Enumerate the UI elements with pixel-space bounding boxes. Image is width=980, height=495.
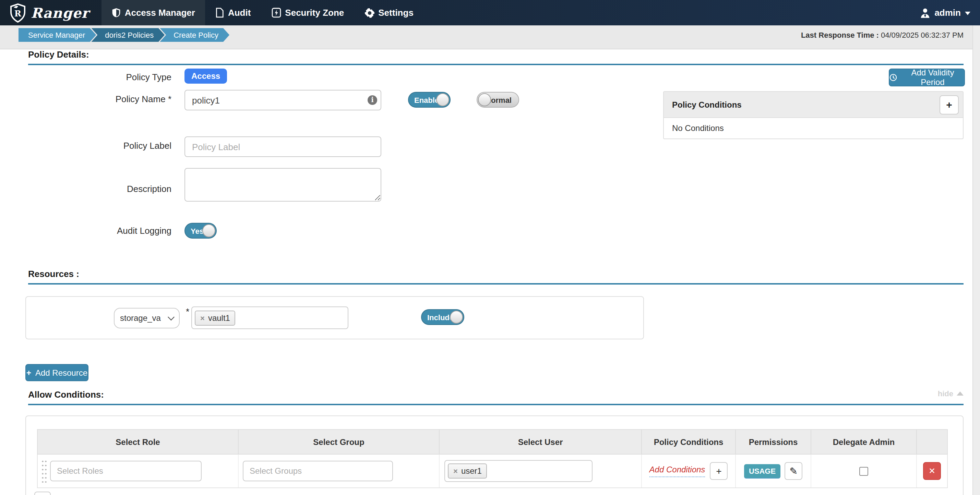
- toggle-knob: [436, 93, 449, 106]
- allow-conditions-heading: hide Allow Conditions:: [28, 389, 964, 405]
- policy-conditions-header: Policy Conditions +: [664, 92, 963, 118]
- allow-conditions-table: Select Role Select Group Select User Pol…: [37, 429, 948, 488]
- permission-badge[interactable]: USAGE: [744, 464, 780, 478]
- policy-conditions-panel: Policy Conditions + No Conditions: [663, 91, 964, 139]
- resource-type-select[interactable]: storage_va: [114, 308, 180, 328]
- header-permissions: Permissions: [736, 430, 811, 454]
- description-label: Description: [0, 184, 172, 194]
- chevron-up-icon: [957, 392, 964, 396]
- nav-security-zone[interactable]: Security Zone: [261, 0, 354, 25]
- ranger-shield-icon: R: [10, 3, 26, 22]
- delegate-admin-checkbox[interactable]: [859, 466, 868, 476]
- shield-icon: [112, 8, 121, 18]
- delete-row-button[interactable]: ✕: [923, 462, 941, 480]
- page-scrollbar[interactable]: [972, 25, 980, 495]
- header-delegate-admin: Delegate Admin: [811, 430, 917, 454]
- policy-label-input[interactable]: [185, 136, 381, 157]
- nav-settings[interactable]: Settings: [354, 0, 424, 25]
- add-resource-button[interactable]: + Add Resource: [25, 364, 89, 381]
- hide-section-link[interactable]: hide: [938, 389, 964, 398]
- policy-type-badge: Access: [185, 68, 227, 84]
- policy-conditions-empty: No Conditions: [664, 118, 963, 138]
- last-response-value: 04/09/2025 06:32:37 PM: [881, 31, 964, 39]
- add-policy-condition-button[interactable]: +: [940, 95, 959, 114]
- zone-icon: [271, 8, 281, 18]
- ranger-logo[interactable]: R Ranger: [0, 0, 102, 25]
- add-validity-period-button[interactable]: Add Validity Period: [889, 68, 965, 86]
- toggle-knob: [450, 311, 463, 324]
- resources-heading: Resources :: [28, 269, 964, 284]
- main-nav: Access Manager Audit Security Zone: [102, 0, 424, 25]
- chevron-down-icon: [168, 313, 175, 320]
- policy-details-heading: Policy Details:: [28, 49, 964, 65]
- header-policy-conditions: Policy Conditions: [642, 430, 736, 454]
- table-header-row: Select Role Select Group Select User Pol…: [37, 429, 948, 455]
- chevron-down-icon: [965, 12, 970, 15]
- info-icon: i: [368, 95, 377, 105]
- remove-tag-icon[interactable]: ×: [453, 467, 458, 475]
- nav-label: Settings: [378, 8, 414, 18]
- add-conditions-link[interactable]: Add Conditions: [649, 465, 705, 477]
- user-menu[interactable]: admin: [910, 0, 980, 25]
- select-groups-input[interactable]: [243, 461, 393, 481]
- include-toggle[interactable]: Include: [421, 309, 464, 325]
- clock-icon: [889, 73, 897, 82]
- document-icon: [216, 8, 224, 18]
- resource-card: storage_va * × vault1 Include: [25, 296, 644, 340]
- resource-value-input[interactable]: × vault1: [191, 306, 348, 329]
- pencil-icon: ✎: [789, 465, 797, 476]
- header-select-role: Select Role: [38, 430, 239, 454]
- user-icon: [919, 7, 930, 18]
- policy-label-label: Policy Label: [0, 141, 172, 151]
- policy-name-label: Policy Name *: [0, 94, 172, 104]
- last-response-label: Last Response Time :: [801, 31, 879, 39]
- nav-label: Audit: [228, 8, 251, 18]
- svg-text:R: R: [14, 8, 22, 18]
- header-select-user: Select User: [440, 430, 642, 454]
- description-textarea[interactable]: [185, 168, 381, 201]
- user-tag: × user1: [448, 463, 487, 479]
- header-actions: [917, 430, 947, 454]
- username: admin: [934, 8, 961, 18]
- ranger-create-policy-page: R Ranger Access Manager Audit: [0, 0, 980, 495]
- breadcrumb-create-policy[interactable]: Create Policy: [160, 28, 229, 42]
- toggle-knob: [478, 93, 491, 106]
- header-select-group: Select Group: [239, 430, 440, 454]
- nav-audit[interactable]: Audit: [205, 0, 261, 25]
- edit-permissions-button[interactable]: ✎: [784, 462, 802, 480]
- nav-access-manager[interactable]: Access Manager: [102, 0, 205, 25]
- resource-tag: × vault1: [195, 310, 235, 325]
- breadcrumb-service-manager[interactable]: Service Manager: [19, 28, 96, 42]
- policy-name-input[interactable]: [185, 90, 381, 110]
- audit-logging-toggle[interactable]: Yes: [185, 223, 217, 239]
- last-response-time: Last Response Time : 04/09/2025 06:32:37…: [801, 31, 964, 39]
- add-permission-row-button[interactable]: [34, 492, 51, 495]
- audit-logging-label: Audit Logging: [0, 225, 172, 236]
- remove-tag-icon[interactable]: ×: [200, 314, 205, 322]
- normal-override-toggle[interactable]: Normal: [477, 92, 519, 108]
- toggle-knob: [202, 224, 215, 237]
- drag-handle[interactable]: [41, 459, 47, 483]
- top-navbar: R Ranger Access Manager Audit: [0, 0, 980, 25]
- breadcrumb: Service Manager doris2 Policies Create P…: [19, 28, 224, 42]
- select-users-input[interactable]: × user1: [444, 460, 592, 482]
- add-conditions-button[interactable]: +: [710, 462, 728, 480]
- breadcrumb-doris2-policies[interactable]: doris2 Policies: [91, 28, 165, 42]
- select-roles-input[interactable]: [50, 461, 202, 481]
- plus-icon: +: [26, 368, 31, 378]
- brand-name: Ranger: [31, 5, 89, 21]
- enabled-toggle[interactable]: Enabled: [408, 92, 450, 108]
- table-row: × user1 Add Conditions + USAGE ✎ ✕: [37, 455, 948, 488]
- required-marker: *: [186, 306, 189, 317]
- gear-icon: [364, 8, 374, 17]
- nav-label: Access Manager: [125, 8, 195, 18]
- nav-label: Security Zone: [285, 8, 344, 18]
- policy-type-label: Policy Type: [0, 72, 172, 82]
